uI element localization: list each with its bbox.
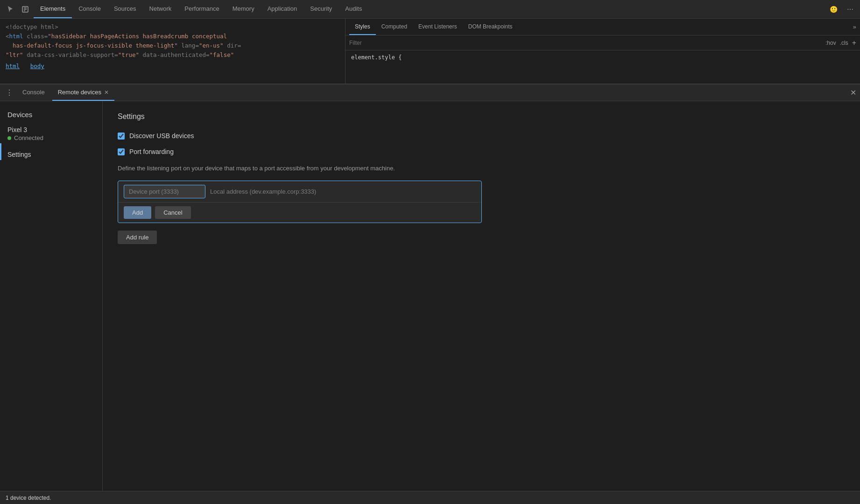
cls-button[interactable]: .cls <box>840 40 848 46</box>
port-forwarding-checkbox[interactable] <box>118 148 125 155</box>
html-open: < <box>6 33 9 40</box>
styles-filter-input[interactable] <box>349 40 822 46</box>
data-css-val: "true" <box>118 51 139 58</box>
drawer-tab-remote-devices[interactable]: Remote devices ✕ <box>52 84 114 101</box>
port-forwarding-table: Add Cancel <box>118 181 482 223</box>
body-breadcrumb[interactable]: body <box>30 63 44 70</box>
settings-nav-item[interactable]: Settings <box>7 143 95 160</box>
code-line-2: <html class="hasSidebar hasPageActions h… <box>6 32 339 41</box>
hov-button[interactable]: :hov <box>825 40 836 46</box>
code-area: <!doctype html> <html class="hasSidebar … <box>0 19 860 84</box>
drawer-tab-console[interactable]: Console <box>17 84 50 101</box>
connected-status-text: Connected <box>14 134 43 141</box>
device-item-pixel3: Pixel 3 Connected <box>7 126 95 141</box>
more-options-icon[interactable]: ⋯ <box>844 4 856 15</box>
drawer-toolbar: ⋮ Console Remote devices ✕ ✕ <box>0 84 860 101</box>
class-attr: class= <box>27 33 48 40</box>
inspect-icon[interactable] <box>19 4 32 15</box>
tab-application[interactable]: Application <box>261 0 304 18</box>
tab-security[interactable]: Security <box>303 0 338 18</box>
port-forwarding-description: Define the listening port on your device… <box>118 164 444 173</box>
tab-console[interactable]: Console <box>72 0 107 18</box>
class-quote: " <box>48 33 51 40</box>
tab-audits[interactable]: Audits <box>338 0 368 18</box>
discover-usb-row: Discover USB devices <box>118 132 845 140</box>
device-name[interactable]: Pixel 3 <box>7 126 95 133</box>
class-quote-close: " <box>174 42 178 49</box>
status-bar-text: 1 device detected. <box>6 495 51 501</box>
drawer: ⋮ Console Remote devices ✕ ✕ Devices Pix… <box>0 84 860 491</box>
main-tab-list: Elements Console Sources Network Perform… <box>34 0 368 18</box>
devices-sidebar: Devices Pixel 3 Connected Settings <box>0 101 103 491</box>
status-bar: 1 device detected. <box>0 491 860 504</box>
tab-network[interactable]: Network <box>143 0 178 18</box>
tab-sources[interactable]: Sources <box>107 0 143 18</box>
port-forwarding-label: Port forwarding <box>129 148 174 155</box>
drawer-close-button[interactable]: ✕ <box>850 88 856 97</box>
data-css-attr: data-css-variable-support= <box>27 51 118 58</box>
cancel-button[interactable]: Cancel <box>155 206 190 219</box>
code-panel: <!doctype html> <html class="hasSidebar … <box>0 19 345 84</box>
lang-attr: lang= <box>181 42 199 49</box>
tab-elements[interactable]: Elements <box>34 0 72 18</box>
add-rule-button[interactable]: Add rule <box>118 231 157 244</box>
connected-status-dot <box>7 136 11 140</box>
code-line-3: has-default-focus js-focus-visible theme… <box>6 41 339 50</box>
data-auth-attr: data-authenticated= <box>143 51 210 58</box>
tab-memory[interactable]: Memory <box>226 0 261 18</box>
breadcrumb-tags: html body <box>6 62 339 71</box>
tab-performance[interactable]: Performance <box>178 0 226 18</box>
settings-content-area: Settings Discover USB devices Port forwa… <box>103 101 860 491</box>
remote-devices-content: Devices Pixel 3 Connected Settings Setti… <box>0 101 860 491</box>
emoji-icon[interactable]: 🙂 <box>827 4 840 15</box>
devices-section-title: Devices <box>7 111 95 119</box>
port-table-inputs-row <box>118 181 481 202</box>
settings-nav-label: Settings <box>7 149 31 160</box>
more-tabs-chevron[interactable]: » <box>853 23 856 30</box>
drawer-tab-close-icon[interactable]: ✕ <box>104 89 109 96</box>
discover-usb-checkbox[interactable] <box>118 133 125 140</box>
html-breadcrumb[interactable]: html <box>6 63 20 70</box>
port-forwarding-row: Port forwarding <box>118 148 845 155</box>
device-status: Connected <box>7 134 95 141</box>
doctype-text: <!doctype html> <box>6 23 58 30</box>
drawer-menu-button[interactable]: ⋮ <box>4 86 15 99</box>
data-auth-val: "false" <box>210 51 234 58</box>
code-line-4: "ltr" data-css-variable-support="true" d… <box>6 50 339 60</box>
local-address-input[interactable] <box>205 185 476 198</box>
port-table-actions: Add Cancel <box>118 202 481 223</box>
drawer-tab-remote-devices-label: Remote devices <box>58 89 101 96</box>
tab-styles[interactable]: Styles <box>349 19 376 35</box>
code-line-1: <!doctype html> <box>6 22 339 32</box>
styles-content: element.style { <box>345 50 860 64</box>
tab-computed[interactable]: Computed <box>376 19 413 35</box>
filter-actions: :hov .cls + <box>825 39 856 47</box>
styles-filter-bar: :hov .cls + <box>345 35 860 50</box>
html-tag: html <box>9 33 23 40</box>
class-values: hasSidebar hasPageActions hasBreadcrumb … <box>51 33 227 40</box>
tab-dom-breakpoints[interactable]: DOM Breakpoints <box>463 19 518 35</box>
cursor-icon[interactable] <box>4 4 17 15</box>
dir-attr: dir= <box>227 42 241 49</box>
add-style-button[interactable]: + <box>852 39 856 47</box>
add-button[interactable]: Add <box>124 206 151 219</box>
dir-val: "ltr" <box>6 51 23 58</box>
tab-event-listeners[interactable]: Event Listeners <box>413 19 463 35</box>
lang-val: "en-us" <box>199 42 224 49</box>
discover-usb-label: Discover USB devices <box>129 132 194 140</box>
device-port-input[interactable] <box>124 185 205 198</box>
element-style-text: element.style { <box>351 54 402 61</box>
styles-panel: Styles Computed Event Listeners DOM Brea… <box>345 19 860 84</box>
devtools-toolbar: Elements Console Sources Network Perform… <box>0 0 860 19</box>
styles-tabs: Styles Computed Event Listeners DOM Brea… <box>345 19 860 35</box>
class-values-2: has-default-focus js-focus-visible theme… <box>6 42 174 49</box>
settings-title: Settings <box>118 112 845 121</box>
